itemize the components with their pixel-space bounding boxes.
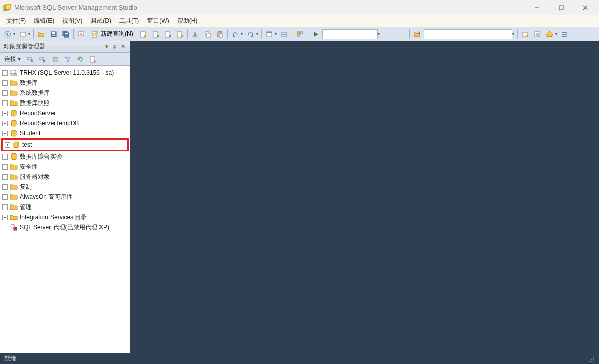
tb-activity-monitor-icon[interactable]: [76, 29, 87, 40]
tree-databases-node[interactable]: − 数据库: [0, 78, 130, 88]
collapse-icon[interactable]: −: [2, 80, 8, 86]
expand-icon[interactable]: +: [2, 164, 8, 170]
tb-save-icon[interactable]: [48, 29, 59, 40]
svg-point-65: [589, 361, 590, 362]
pt-connect-icon[interactable]: [24, 54, 35, 65]
tb-find-icon[interactable]: [412, 29, 423, 40]
tb-open-icon[interactable]: [36, 29, 47, 40]
menu-edit[interactable]: 编辑(E): [30, 15, 58, 27]
tb-navigate-back-icon[interactable]: [2, 29, 13, 40]
svg-point-19: [144, 35, 146, 37]
tb-object-explorer-icon[interactable]: [294, 29, 306, 40]
pt-disconnect-icon[interactable]: [37, 54, 48, 65]
tree-view[interactable]: − TRHX (SQL Server 11.0.3156 - sa) − 数据库: [0, 66, 130, 353]
new-query-button[interactable]: 新建查询(N): [88, 29, 137, 40]
tb-new-project-icon[interactable]: [17, 29, 28, 40]
menu-tools[interactable]: 工具(T): [115, 15, 143, 27]
tb-copy-icon[interactable]: [202, 29, 213, 40]
expand-icon[interactable]: +: [2, 111, 8, 116]
tb-mdx-query-icon[interactable]: [150, 29, 161, 40]
tree-integration-node[interactable]: + Integration Services 目录: [0, 212, 130, 222]
tb-toolbox-icon[interactable]: [559, 29, 570, 40]
svg-point-62: [593, 357, 594, 358]
tree-server-node[interactable]: − TRHX (SQL Server 11.0.3156 - sa): [0, 68, 130, 78]
svg-point-64: [593, 359, 594, 360]
menu-help[interactable]: 帮助(H): [173, 15, 202, 27]
tree-systemdb-node[interactable]: + 系统数据库: [0, 88, 130, 98]
database-icon: [10, 109, 18, 117]
menu-view[interactable]: 视图(V): [58, 15, 86, 27]
close-button[interactable]: [578, 3, 593, 13]
svg-rect-32: [219, 34, 222, 37]
menu-window[interactable]: 窗口(W): [143, 15, 173, 27]
tb-template-icon[interactable]: [532, 29, 543, 40]
tb-debug-target-combo[interactable]: [322, 29, 378, 39]
tree-replication-node[interactable]: + 复制: [0, 182, 130, 192]
tb-find-combo[interactable]: [424, 29, 512, 39]
pt-script-icon[interactable]: [87, 54, 98, 65]
expand-icon[interactable]: +: [2, 154, 8, 160]
menu-file[interactable]: 文件(F): [2, 15, 30, 27]
expand-icon[interactable]: +: [2, 215, 8, 220]
expand-icon[interactable]: +: [2, 174, 8, 180]
expand-icon[interactable]: +: [2, 204, 8, 210]
tree-db-node-highlighted[interactable]: + test: [3, 140, 127, 150]
tb-dmx-query-icon[interactable]: [162, 29, 173, 40]
tb-execute-icon[interactable]: [310, 29, 321, 40]
dropdown-arrow-icon[interactable]: ▾: [275, 32, 278, 36]
tb-undo-icon[interactable]: [230, 29, 241, 40]
tree-label: 服务器对象: [20, 173, 50, 181]
pt-filter-icon[interactable]: [62, 54, 73, 65]
tb-redo-icon[interactable]: [245, 29, 256, 40]
expand-icon[interactable]: +: [5, 142, 10, 148]
tb-saveall-icon[interactable]: [60, 29, 71, 40]
tb-options-icon[interactable]: [544, 29, 555, 40]
expand-icon[interactable]: +: [2, 121, 8, 126]
dropdown-arrow-icon[interactable]: ▾: [241, 32, 244, 36]
tree-db-node[interactable]: + Student: [0, 128, 130, 138]
connect-dropdown[interactable]: 连接 ▾: [2, 55, 23, 63]
maximize-button[interactable]: [554, 3, 569, 13]
tree-db-node[interactable]: + ReportServerTempDB: [0, 118, 130, 128]
tree-snapshot-node[interactable]: + 数据库快照: [0, 98, 130, 108]
tb-registered-servers-icon[interactable]: [279, 29, 290, 40]
svg-rect-23: [169, 35, 171, 37]
tb-db-engine-query-icon[interactable]: [138, 29, 149, 40]
expand-icon[interactable]: +: [2, 131, 8, 136]
collapse-icon[interactable]: −: [2, 70, 8, 76]
expand-icon[interactable]: +: [2, 184, 8, 190]
tree-security-node[interactable]: + 安全性: [0, 162, 130, 172]
expand-icon[interactable]: +: [2, 194, 8, 200]
tree-db-node[interactable]: + 数据库综合实验: [0, 151, 130, 162]
tb-solution-icon[interactable]: [520, 29, 531, 40]
panel-pin-icon[interactable]: [111, 43, 119, 51]
expand-icon[interactable]: +: [2, 90, 8, 96]
tree-alwayson-node[interactable]: + AlwaysOn 高可用性: [0, 192, 130, 202]
tree-db-node[interactable]: + ReportServer: [0, 108, 130, 118]
minimize-button[interactable]: [529, 3, 544, 13]
database-icon: [10, 152, 18, 161]
tree-agent-node[interactable]: SQL Server 代理(已禁用代理 XP): [0, 222, 130, 232]
panel-menu-icon[interactable]: ▾: [103, 43, 111, 51]
dropdown-arrow-icon[interactable]: ▾: [555, 32, 558, 36]
expand-icon[interactable]: +: [2, 100, 8, 106]
dropdown-arrow-icon[interactable]: ▾: [256, 32, 259, 36]
tb-cut-icon[interactable]: [190, 29, 201, 40]
dropdown-arrow-icon[interactable]: ▾: [13, 32, 16, 36]
tree-management-node[interactable]: + 管理: [0, 202, 130, 212]
dropdown-arrow-icon[interactable]: ▾: [378, 32, 381, 36]
menu-debug[interactable]: 调试(D): [86, 15, 115, 27]
tb-properties-icon[interactable]: [264, 29, 275, 40]
pt-stop-icon[interactable]: [49, 54, 61, 65]
dropdown-arrow-icon[interactable]: ▾: [512, 32, 515, 36]
dropdown-arrow-icon[interactable]: ▾: [28, 32, 31, 36]
tb-paste-icon[interactable]: [214, 29, 225, 40]
resize-grip-icon[interactable]: [588, 355, 595, 362]
tree-serverobjects-node[interactable]: + 服务器对象: [0, 172, 130, 182]
tb-xmla-query-icon[interactable]: [174, 29, 185, 40]
pt-refresh-icon[interactable]: [75, 54, 86, 65]
panel-title: 对象资源管理器: [3, 42, 103, 51]
folder-icon: [10, 203, 18, 211]
new-query-label: 新建查询(N): [101, 30, 133, 38]
panel-close-icon[interactable]: ✕: [119, 43, 127, 51]
